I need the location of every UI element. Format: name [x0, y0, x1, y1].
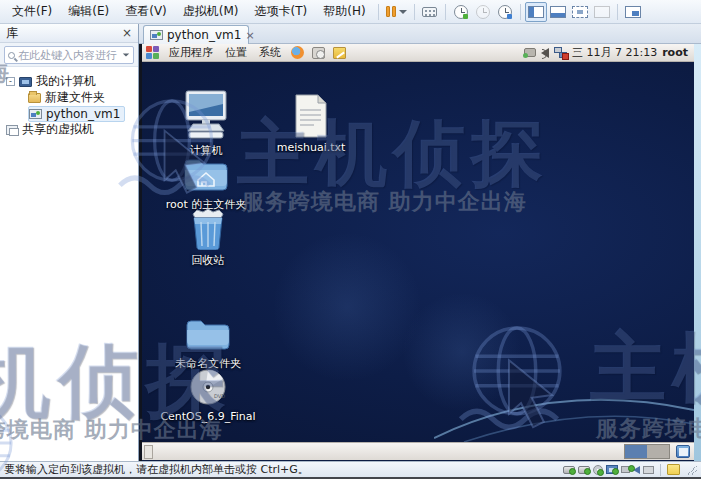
- desktop-icon-centos-dvd[interactable]: DVD CentOS_6.9_Final: [156, 367, 260, 423]
- menu-edit[interactable]: 编辑(E): [60, 0, 117, 23]
- desktop-icon-label: meishuai.txt: [277, 141, 346, 154]
- desktop-icon-root-home[interactable]: root 的主文件夹: [154, 156, 258, 212]
- unity-mode-icon: [594, 6, 610, 18]
- library-panel-icon: [528, 6, 544, 18]
- search-placeholder: 在此处键入内容进行: [18, 48, 119, 63]
- cdrom-device-icon[interactable]: [593, 465, 603, 475]
- desktop-icon-unnamed-folder[interactable]: 未命名文件夹: [156, 317, 260, 371]
- pause-icon: [386, 6, 396, 17]
- tab-python-vm1[interactable]: python_vm1 ×: [143, 25, 249, 44]
- show-desktop-button[interactable]: [144, 445, 153, 459]
- tree-item-shared-vms[interactable]: 共享的虚拟机: [0, 122, 138, 137]
- harddisk-device-icon[interactable]: [563, 466, 575, 474]
- snapshot-clock-icon: [498, 5, 512, 19]
- close-icon[interactable]: ×: [245, 29, 254, 42]
- menu-file[interactable]: 文件(F): [4, 0, 60, 23]
- device-status-icons: [563, 464, 697, 476]
- keyboard-icon: [422, 7, 437, 17]
- workspace-switcher[interactable]: [624, 444, 670, 459]
- menu-view[interactable]: 查看(V): [117, 0, 175, 23]
- screensaver-lock-icon[interactable]: [312, 47, 325, 59]
- dvd-stamp-text: DVD: [214, 393, 225, 399]
- tree-item-python-vm1[interactable]: python_vm1: [0, 106, 138, 121]
- logged-in-user[interactable]: root: [662, 46, 688, 59]
- library-title: 库: [6, 25, 18, 42]
- snapshot-clock-icon: [476, 5, 490, 19]
- menu-vm[interactable]: 虚拟机(M): [175, 0, 247, 23]
- status-message: 要将输入定向到该虚拟机，请在虚拟机内部单击或按 Ctrl+G。: [4, 462, 309, 477]
- menu-help[interactable]: 帮助(H): [315, 0, 373, 23]
- folder-icon: [28, 93, 41, 103]
- show-thumbnail-bar-button[interactable]: [547, 2, 569, 22]
- wallpaper-swoosh: [434, 362, 694, 442]
- network-disconnected-icon[interactable]: [554, 47, 567, 58]
- panel-clock[interactable]: 三 11月 7 21:13: [572, 45, 657, 60]
- revert-snapshot-button: [472, 2, 494, 22]
- toolbar-separator: [414, 4, 415, 20]
- folder-icon: [185, 317, 231, 353]
- virtual-machine-icon: [150, 30, 163, 40]
- status-separator: [660, 464, 661, 476]
- gnome-menu-places[interactable]: 位置: [223, 44, 249, 61]
- virtual-machine-icon: [29, 109, 42, 119]
- main-menu-icon[interactable]: [146, 46, 159, 59]
- pause-vm-button[interactable]: [383, 6, 410, 17]
- fullscreen-button[interactable]: [569, 2, 591, 22]
- tree-item-label: python_vm1: [46, 107, 120, 121]
- harddisk2-device-icon[interactable]: [578, 466, 590, 474]
- toolbar-separator: [378, 4, 379, 20]
- library-header: 库 ×: [0, 24, 138, 43]
- desktop-icon-computer[interactable]: 计算机: [154, 90, 258, 158]
- show-library-button[interactable]: [525, 2, 547, 22]
- snapshot-manager-button[interactable]: [494, 2, 516, 22]
- window-edge-strip: [694, 44, 701, 461]
- chevron-down-icon[interactable]: [123, 53, 129, 56]
- tree-item-new-folder[interactable]: 新建文件夹: [0, 90, 138, 105]
- workspace-1-active[interactable]: [625, 445, 647, 458]
- workspace-2[interactable]: [647, 445, 669, 458]
- search-icon: [8, 52, 15, 59]
- tree-item-label: 新建文件夹: [45, 89, 105, 106]
- thumbnail-bar-icon: [550, 6, 566, 18]
- resize-grip[interactable]: [687, 465, 697, 475]
- printer-device-icon[interactable]: [643, 466, 654, 474]
- gedit-icon[interactable]: [333, 47, 346, 59]
- tree-item-my-computer[interactable]: - 我的计算机: [0, 74, 138, 89]
- library-sidebar: 库 × 在此处键入内容进行 - 我的计算机 新建文件夹: [0, 24, 139, 461]
- toolbar-separator: [520, 4, 521, 20]
- send-ctrl-alt-del-button[interactable]: [419, 2, 441, 22]
- vm-library-tree: - 我的计算机 新建文件夹 python_vm1 共享的虚拟机: [0, 67, 138, 138]
- desktop-icon-label: CentOS_6.9_Final: [160, 410, 255, 423]
- volume-icon[interactable]: [541, 48, 549, 58]
- updater-tray-icon[interactable]: [524, 48, 536, 57]
- console-view-button[interactable]: [622, 2, 644, 22]
- menu-tabs[interactable]: 选项卡(T): [247, 0, 316, 23]
- trash-applet-icon[interactable]: [676, 445, 690, 458]
- close-icon[interactable]: ×: [122, 27, 132, 39]
- chevron-down-icon[interactable]: [399, 10, 407, 14]
- vmware-menubar: 文件(F) 编辑(E) 查看(V) 虚拟机(M) 选项卡(T) 帮助(H): [0, 0, 701, 24]
- desktop-icon-trash[interactable]: 回收站: [156, 206, 260, 268]
- search-input[interactable]: 在此处键入内容进行: [4, 46, 134, 64]
- sound-device-icon[interactable]: [633, 466, 640, 474]
- vm-console[interactable]: 应用程序 位置 系统 三 11月 7 21:13 root: [142, 44, 694, 461]
- take-snapshot-button[interactable]: [450, 2, 472, 22]
- message-log-icon[interactable]: [667, 464, 680, 475]
- desktop-icon-meishuai-txt[interactable]: meishuai.txt: [259, 94, 363, 154]
- collapse-icon[interactable]: -: [6, 77, 15, 86]
- shared-vm-icon: [6, 125, 18, 135]
- vmware-workstation-window: 文件(F) 编辑(E) 查看(V) 虚拟机(M) 选项卡(T) 帮助(H) 库 …: [0, 0, 701, 479]
- vm-desktop[interactable]: 计算机 meishuai.txt: [142, 62, 694, 442]
- computer-icon: [19, 77, 32, 87]
- dvd-disc-icon: DVD: [188, 367, 228, 407]
- vm-tab-bar: python_vm1 ×: [139, 24, 701, 44]
- gnome-tray: 三 11月 7 21:13 root: [524, 45, 690, 60]
- unity-mode-button: [591, 2, 613, 22]
- trash-full-icon: [187, 206, 229, 250]
- gnome-menu-system[interactable]: 系统: [257, 44, 283, 61]
- firefox-icon[interactable]: [291, 46, 304, 59]
- wallpaper-bokeh: [272, 232, 422, 382]
- tree-item-label: 共享的虚拟机: [22, 121, 94, 138]
- network-adapter-device-icon[interactable]: [606, 465, 618, 474]
- gnome-menu-applications[interactable]: 应用程序: [167, 44, 215, 61]
